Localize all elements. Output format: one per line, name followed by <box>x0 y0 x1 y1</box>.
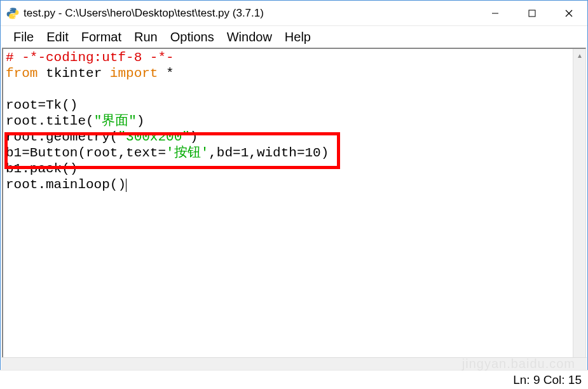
code-line: root.geometry("300x200") <box>6 129 583 145</box>
status-col-value: 15 <box>568 373 582 387</box>
status-ln-label: Ln: <box>513 373 530 387</box>
menu-help[interactable]: Help <box>278 27 317 47</box>
svg-rect-3 <box>529 10 535 17</box>
minimize-button[interactable] <box>477 1 514 25</box>
code-line: # -*-coding:utf-8 -*- <box>6 50 583 65</box>
vertical-scrollbar[interactable]: ▲ ▼ <box>573 49 585 370</box>
window-title: test.py - C:\Users\hero\Desktop\test\tes… <box>24 7 477 20</box>
titlebar: test.py - C:\Users\hero\Desktop\test\tes… <box>1 1 587 26</box>
code-line: root=Tk() <box>6 97 583 113</box>
menu-window[interactable]: Window <box>221 27 278 47</box>
menu-file[interactable]: File <box>7 27 40 47</box>
code-line: from tkinter import * <box>6 65 583 81</box>
statusbar: Ln: 9 Col: 15 <box>0 370 588 389</box>
status-ln-value: 9 <box>533 373 540 387</box>
window-controls <box>477 1 587 25</box>
scroll-up-icon[interactable]: ▲ <box>573 49 586 62</box>
status-col-label: Col: <box>544 373 565 387</box>
menubar: File Edit Format Run Options Window Help <box>1 26 587 48</box>
code-line: b1=Button(root,text='按钮',bd=1,width=10) <box>6 145 583 161</box>
svg-point-1 <box>14 17 15 18</box>
text-cursor <box>126 179 126 192</box>
code-editor[interactable]: # -*-coding:utf-8 -*-from tkinter import… <box>3 49 585 370</box>
maximize-button[interactable] <box>514 1 550 25</box>
code-line: b1.pack() <box>6 161 583 177</box>
menu-format[interactable]: Format <box>75 27 128 47</box>
svg-point-0 <box>10 8 11 10</box>
menu-options[interactable]: Options <box>164 27 221 47</box>
menu-run[interactable]: Run <box>128 27 164 47</box>
app-icon <box>6 6 20 20</box>
menu-edit[interactable]: Edit <box>40 27 74 47</box>
horizontal-scrollbar[interactable] <box>1 357 587 370</box>
close-button[interactable] <box>550 1 587 25</box>
code-line: root.mainloop() <box>6 177 583 193</box>
code-line: root.title("界面") <box>6 113 583 129</box>
code-line <box>6 81 583 97</box>
editor-container: # -*-coding:utf-8 -*-from tkinter import… <box>2 48 586 371</box>
